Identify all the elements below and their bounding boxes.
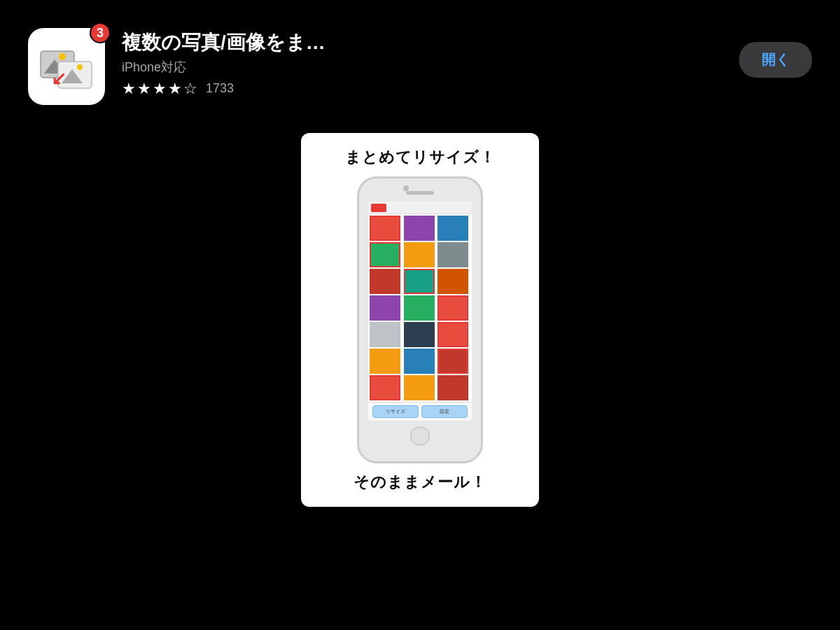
app-info: 複数の写真/画像をま… iPhone対応 ★★★★☆ 1733 — [122, 28, 722, 98]
badge: 3 — [90, 22, 111, 43]
list-item — [404, 349, 435, 374]
list-item — [438, 322, 468, 347]
phone-screen: リサイズ 設定 — [368, 202, 472, 421]
phone-outer: リサイズ 設定 — [357, 176, 483, 463]
list-item — [370, 269, 400, 294]
screenshot-card: まとめてリサイズ！ — [301, 133, 539, 507]
phone-home-button — [410, 426, 430, 446]
photo-grid — [368, 214, 472, 402]
svg-text:↙: ↙ — [51, 68, 66, 89]
screenshot-section: まとめてリサイズ！ — [0, 133, 840, 507]
list-item — [438, 349, 468, 374]
toolbar-top-row — [368, 202, 472, 214]
list-item — [404, 242, 435, 267]
list-item — [370, 349, 400, 374]
screenshot-top-text: まとめてリサイズ！ — [345, 147, 496, 168]
list-item — [404, 322, 435, 347]
app-header: ↙ 3 複数の写真/画像をま… iPhone対応 ★★★★☆ 1733 開く — [0, 0, 840, 119]
list-item — [370, 295, 400, 321]
app-subtitle: iPhone対応 — [122, 59, 722, 76]
app-rating: ★★★★☆ 1733 — [122, 80, 722, 98]
toolbar-top-btn — [371, 204, 386, 212]
app-icon-wrapper: ↙ 3 — [28, 28, 105, 105]
list-item — [370, 242, 400, 267]
list-item — [438, 269, 468, 294]
phone-camera — [403, 186, 409, 191]
list-item — [404, 295, 435, 321]
app-title: 複数の写真/画像をま… — [122, 31, 722, 55]
open-button[interactable]: 開く — [739, 42, 812, 78]
svg-point-2 — [59, 53, 66, 60]
list-item — [370, 375, 400, 400]
list-item — [438, 242, 468, 267]
svg-point-5 — [77, 64, 83, 70]
settings-button[interactable]: 設定 — [421, 405, 468, 418]
phone-mockup: リサイズ 設定 — [357, 176, 483, 463]
app-icon-svg: ↙ — [37, 37, 97, 97]
list-item — [438, 375, 468, 400]
list-item — [404, 216, 435, 241]
phone-speaker — [406, 191, 434, 195]
rating-stars: ★★★★☆ — [122, 80, 199, 98]
list-item — [370, 322, 400, 347]
toolbar-row: リサイズ 設定 — [368, 402, 472, 421]
list-item — [438, 216, 468, 241]
resize-button[interactable]: リサイズ — [372, 405, 419, 418]
screenshot-bottom-text: そのままメール！ — [354, 472, 486, 493]
list-item — [404, 269, 435, 294]
rating-count: 1733 — [206, 81, 234, 96]
toolbar-top-spacer — [388, 204, 469, 212]
list-item — [404, 375, 435, 400]
list-item — [370, 216, 400, 241]
list-item — [438, 295, 468, 321]
